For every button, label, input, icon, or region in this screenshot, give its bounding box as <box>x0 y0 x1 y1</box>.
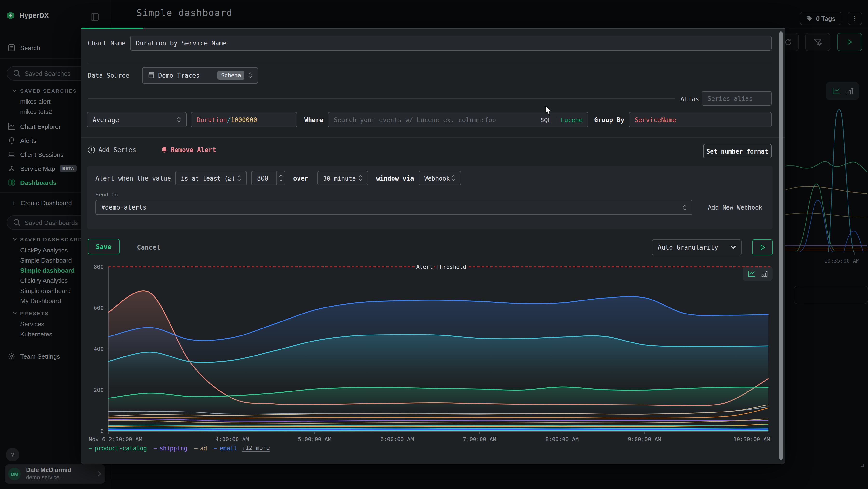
alias-placeholder: Series alias <box>707 95 753 102</box>
legend-swatch: — <box>194 445 197 452</box>
bell-filled-icon <box>161 146 167 153</box>
alert-channel-select[interactable]: Webhook <box>418 171 461 185</box>
send-to-label: Send to <box>95 192 118 198</box>
alert-window-select[interactable]: 30 minute <box>317 171 368 185</box>
legend-swatch: — <box>214 445 217 452</box>
alert-config-panel: Alert when the value is at least (≥) 800… <box>87 166 773 229</box>
legend-label: shipping <box>160 445 188 452</box>
granularity-select[interactable]: Auto Granularity <box>652 239 742 255</box>
legend-item[interactable]: —ad <box>194 445 207 452</box>
select-chevrons-icon <box>683 204 687 211</box>
where-label: Where <box>304 116 323 123</box>
expression-input[interactable]: Duration/1000000 <box>191 112 297 127</box>
svg-text:9:00:00 AM: 9:00:00 AM <box>628 436 661 442</box>
number-stepper[interactable] <box>276 171 285 185</box>
edit-chart-modal: Chart Name Duration by Service Name Data… <box>81 28 785 464</box>
legend-item[interactable]: —product-catalog <box>89 445 147 452</box>
legend-label: product-catalog <box>94 445 147 452</box>
where-placeholder: Search your events w/ Lucene ex. column:… <box>334 116 496 123</box>
data-source-label: Data Source <box>88 72 129 79</box>
alert-condition-select[interactable]: is at least (≥) <box>175 171 247 185</box>
remove-alert-button[interactable]: Remove Alert <box>161 146 216 153</box>
add-series-button[interactable]: Add Series <box>88 146 136 153</box>
group-by-label: Group By <box>594 116 624 123</box>
chart-name-input[interactable]: Duration by Service Name <box>130 36 772 51</box>
svg-text:10:30:00 AM: 10:30:00 AM <box>734 436 770 442</box>
legend-item[interactable]: —email <box>214 445 237 452</box>
svg-text:Nov 6 2:30:00 AM: Nov 6 2:30:00 AM <box>89 436 142 442</box>
svg-text:200: 200 <box>94 387 104 393</box>
svg-text:6:00:00 AM: 6:00:00 AM <box>380 436 414 442</box>
svg-text:Alert Threshold: Alert Threshold <box>416 264 466 270</box>
legend-label: email <box>220 445 237 452</box>
data-source-select[interactable]: Demo Traces Schema <box>142 67 258 84</box>
schema-badge: Schema <box>218 71 245 80</box>
lucene-toggle[interactable]: Lucene <box>561 116 583 123</box>
svg-text:7:00:00 AM: 7:00:00 AM <box>463 436 496 442</box>
modal-scrollbar[interactable] <box>779 31 783 460</box>
alias-label: Alias <box>680 95 699 103</box>
select-chevrons-icon <box>248 72 252 79</box>
svg-text:4:00:00 AM: 4:00:00 AM <box>216 436 249 442</box>
aggregation-select[interactable]: Average <box>87 112 187 127</box>
svg-text:800: 800 <box>94 264 104 270</box>
accent-bar-track <box>143 28 785 29</box>
alias-input[interactable]: Series alias <box>702 91 772 106</box>
select-chevrons-icon <box>177 116 181 123</box>
legend-label: ad <box>200 445 207 452</box>
group-by-input[interactable]: ServiceName <box>629 112 772 127</box>
legend-more-button[interactable]: +12 more <box>242 444 270 452</box>
over-label: over <box>293 175 308 182</box>
database-icon <box>148 72 154 79</box>
expression-operator: / <box>227 116 231 123</box>
play-icon <box>759 244 766 251</box>
divider <box>88 63 772 63</box>
legend-swatch: — <box>154 445 157 452</box>
svg-text:0: 0 <box>100 428 104 434</box>
mouse-cursor <box>545 106 554 115</box>
app-window: HyperDX Search Saved Searches S <box>0 0 868 489</box>
plus-circle-icon <box>88 146 95 153</box>
window-via-label: window via <box>376 175 414 182</box>
divider <box>88 98 675 99</box>
svg-text:600: 600 <box>94 305 104 311</box>
alert-prefix-label: Alert when the value <box>95 175 171 182</box>
expression-value: 1000000 <box>231 116 257 123</box>
legend-swatch: — <box>89 445 92 452</box>
divider <box>81 137 785 138</box>
set-number-format-button[interactable]: Set number format <box>703 144 772 158</box>
accent-bar <box>81 28 143 29</box>
text-caret <box>269 175 269 181</box>
svg-text:400: 400 <box>94 346 104 352</box>
svg-text:5:00:00 AM: 5:00:00 AM <box>298 436 331 442</box>
send-to-select[interactable]: #demo-alerts <box>95 200 692 215</box>
add-new-webhook-button[interactable]: Add New Webhook <box>708 204 763 211</box>
chart-name-label: Chart Name <box>88 39 126 47</box>
expression-field: Duration <box>197 116 227 123</box>
svg-text:8:00:00 AM: 8:00:00 AM <box>546 436 579 442</box>
alert-threshold-input[interactable]: 800 <box>251 171 285 185</box>
run-chart-button[interactable] <box>752 239 773 255</box>
alert-preview-chart[interactable]: 0200400600800Nov 6 2:30:00 AM4:00:00 AM5… <box>88 261 773 444</box>
chevron-down-icon <box>731 246 736 249</box>
select-chevrons-icon <box>237 175 241 181</box>
select-chevrons-icon <box>359 175 363 181</box>
sql-toggle[interactable]: SQL <box>540 116 551 123</box>
stepper-up-icon[interactable] <box>279 175 283 177</box>
legend-item[interactable]: —shipping <box>154 445 187 452</box>
stepper-down-icon[interactable] <box>279 179 283 181</box>
cancel-button[interactable]: Cancel <box>137 243 161 251</box>
chart-legend: —product-catalog—shipping—ad—email+12 mo… <box>89 444 270 452</box>
select-chevrons-icon <box>452 175 455 181</box>
save-button[interactable]: Save <box>88 239 120 254</box>
